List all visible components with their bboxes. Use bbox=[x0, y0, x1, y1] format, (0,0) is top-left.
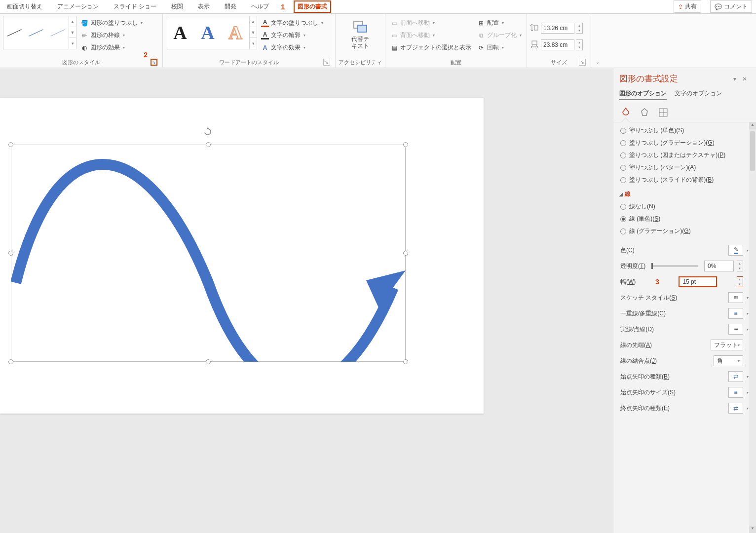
pane-close[interactable]: ✕ bbox=[739, 76, 750, 82]
pane-tab-shape-options[interactable]: 図形のオプション bbox=[619, 89, 667, 100]
shape-fill-button[interactable]: 🪣図形の塗りつぶし bbox=[78, 18, 145, 28]
ribbon-collapse[interactable]: ⌄ bbox=[596, 59, 600, 65]
begin-arrow-size-picker[interactable]: ≡ bbox=[728, 387, 743, 398]
shape-style-swatch[interactable] bbox=[47, 18, 69, 47]
pane-icon-effects[interactable] bbox=[638, 106, 651, 119]
fill-slidebg-radio[interactable]: 塗りつぶし (スライドの背景)(B) bbox=[619, 174, 746, 186]
share-icon: ⇪ bbox=[678, 3, 683, 10]
bring-forward-button[interactable]: ▭前面へ移動 bbox=[388, 18, 473, 28]
tab-transition[interactable]: 画面切り替え bbox=[4, 0, 45, 13]
shape-styles-launcher[interactable]: ↘ bbox=[151, 59, 157, 66]
end-arrow-type-label: 終点矢印の種類(E) bbox=[620, 404, 670, 413]
begin-arrow-size-label: 始点矢印のサイズ(S) bbox=[620, 388, 676, 397]
send-backward-button[interactable]: ▭背面へ移動 bbox=[388, 30, 473, 40]
transparency-input[interactable]: 0% bbox=[704, 261, 734, 271]
join-type-select[interactable]: 角▾ bbox=[714, 355, 743, 366]
line-solid-radio[interactable]: 線 (単色)(S) bbox=[619, 213, 746, 225]
slide-canvas[interactable] bbox=[0, 68, 613, 533]
tab-animation[interactable]: アニメーション bbox=[54, 0, 102, 13]
transparency-spinner[interactable]: ▲▼ bbox=[737, 261, 743, 271]
share-button[interactable]: ⇪ 共有 bbox=[674, 0, 701, 13]
pane-options[interactable]: ▾ bbox=[730, 76, 739, 82]
sketch-style-picker[interactable]: ≋ bbox=[728, 292, 743, 303]
selection-pane-button[interactable]: ▤オブジェクトの選択と表示 bbox=[388, 42, 473, 53]
line-width-input[interactable]: 15 pt bbox=[679, 276, 717, 287]
fill-solid-radio[interactable]: 塗りつぶし (単色)(S) bbox=[619, 124, 746, 137]
rotation-handle[interactable] bbox=[203, 127, 212, 136]
height-input[interactable]: 13.26 cm bbox=[541, 23, 574, 34]
shape-outline-button[interactable]: ✏図形の枠線 bbox=[78, 30, 145, 40]
curved-arrow-shape[interactable] bbox=[11, 145, 406, 362]
shape-effects-button[interactable]: ◐図形の効果 bbox=[78, 42, 145, 53]
width-icon bbox=[530, 40, 539, 50]
group-shape-styles: ▲▼▾ 🪣図形の塗りつぶし ✏図形の枠線 ◐図形の効果 図形のスタイル 2 ↘ bbox=[0, 14, 163, 68]
size-launcher[interactable]: ↘ bbox=[579, 59, 586, 66]
line-section-header[interactable]: 線 bbox=[619, 186, 746, 200]
wordart-swatch[interactable]: A bbox=[166, 22, 194, 43]
comment-button[interactable]: 💬 コメント bbox=[710, 0, 752, 13]
width-input[interactable]: 23.83 cm bbox=[541, 39, 574, 50]
begin-arrow-type-picker[interactable]: ⇄ bbox=[728, 371, 743, 382]
end-arrow-type-picker[interactable]: ⇄ bbox=[728, 403, 743, 414]
line-none-radio[interactable]: 線なし(N) bbox=[619, 200, 746, 213]
ribbon-tabstrip: 画面切り替え アニメーション スライド ショー 校閲 表示 開発 ヘルプ 1 図… bbox=[0, 0, 756, 14]
comment-icon: 💬 bbox=[715, 3, 722, 10]
selection-pane-label: オブジェクトの選択と表示 bbox=[400, 43, 471, 52]
line-gradient-radio[interactable]: 線 (グラデーション)(G) bbox=[619, 225, 746, 237]
shape-style-swatch[interactable] bbox=[25, 18, 47, 47]
wordart-swatch[interactable]: A bbox=[222, 22, 249, 43]
text-effects-button[interactable]: A文字の効果 bbox=[259, 42, 325, 53]
height-icon bbox=[530, 23, 539, 34]
fill-pattern-radio[interactable]: 塗りつぶし (パターン)(A) bbox=[619, 161, 746, 174]
text-outline-icon: A bbox=[261, 32, 269, 39]
align-icon: ⊞ bbox=[477, 19, 485, 27]
group-button-label: グループ化 bbox=[487, 31, 517, 39]
wordart-gallery[interactable]: A A A ▲▼▾ bbox=[166, 16, 257, 49]
alt-text-button[interactable]: 代替テ キスト bbox=[348, 16, 372, 53]
pane-tab-text-options[interactable]: 文字のオプション bbox=[675, 89, 722, 100]
pane-scrollbar[interactable]: ▲▼ bbox=[749, 122, 756, 533]
gallery-scroll[interactable]: ▲▼▾ bbox=[249, 16, 257, 49]
shape-style-gallery[interactable]: ▲▼▾ bbox=[3, 16, 76, 49]
wordart-launcher[interactable]: ↘ bbox=[323, 59, 330, 66]
begin-arrow-type-label: 始点矢印の種類(B) bbox=[620, 373, 670, 381]
tab-slideshow[interactable]: スライド ショー bbox=[111, 0, 159, 13]
text-outline-button[interactable]: A文字の輪郭 bbox=[259, 30, 325, 40]
shape-style-swatch[interactable] bbox=[3, 18, 25, 47]
tab-shape-format[interactable]: 図形の書式 bbox=[294, 0, 331, 13]
wordart-swatch[interactable]: A bbox=[194, 22, 222, 43]
tab-view[interactable]: 表示 bbox=[195, 0, 213, 13]
sketch-icon: ≋ bbox=[733, 294, 738, 301]
bring-forward-icon: ▭ bbox=[390, 19, 398, 27]
tab-developer[interactable]: 開発 bbox=[222, 0, 239, 13]
line-color-picker[interactable]: ✎ bbox=[728, 245, 743, 256]
width-spinner[interactable]: ▲▼ bbox=[576, 39, 583, 50]
line-width-spinner[interactable]: ▲▼ bbox=[737, 276, 743, 287]
slide[interactable] bbox=[0, 98, 484, 414]
dash-type-picker[interactable]: ┉ bbox=[728, 324, 743, 335]
transparency-slider[interactable] bbox=[651, 265, 698, 267]
outline-icon: ✏ bbox=[80, 32, 88, 39]
line-width-label: 幅(W) bbox=[620, 278, 636, 286]
height-spinner[interactable]: ▲▼ bbox=[576, 23, 583, 34]
fill-gradient-radio[interactable]: 塗りつぶし (グラデーション)(G) bbox=[619, 137, 746, 149]
text-fill-button[interactable]: A文字の塗りつぶし bbox=[259, 18, 325, 28]
pane-icon-size-props[interactable] bbox=[657, 106, 670, 119]
cap-type-select[interactable]: フラット▾ bbox=[711, 340, 743, 350]
gallery-scroll[interactable]: ▲▼▾ bbox=[69, 16, 76, 49]
group-button[interactable]: ⧉グループ化 bbox=[475, 30, 524, 40]
tab-help[interactable]: ヘルプ bbox=[248, 0, 272, 13]
rotate-button[interactable]: ⟳回転 bbox=[475, 42, 524, 53]
shape-fill-label: 図形の塗りつぶし bbox=[90, 19, 138, 27]
pane-icon-fill-line[interactable] bbox=[619, 106, 632, 119]
tab-review[interactable]: 校閲 bbox=[168, 0, 186, 13]
bring-forward-label: 前面へ移動 bbox=[400, 19, 430, 27]
svg-rect-2 bbox=[534, 25, 538, 30]
send-backward-icon: ▭ bbox=[390, 32, 398, 39]
compound-type-picker[interactable]: ≡ bbox=[728, 308, 743, 319]
pen-icon: ✎ bbox=[734, 246, 738, 254]
fill-picture-radio[interactable]: 塗りつぶし (図またはテクスチャ)(P) bbox=[619, 149, 746, 161]
align-button[interactable]: ⊞配置 bbox=[475, 18, 524, 28]
transparency-label: 透明度(T) bbox=[620, 262, 645, 270]
pane-body: ▲▼ 塗りつぶし (単色)(S) 塗りつぶし (グラデーション)(G) 塗りつぶ… bbox=[613, 122, 756, 533]
